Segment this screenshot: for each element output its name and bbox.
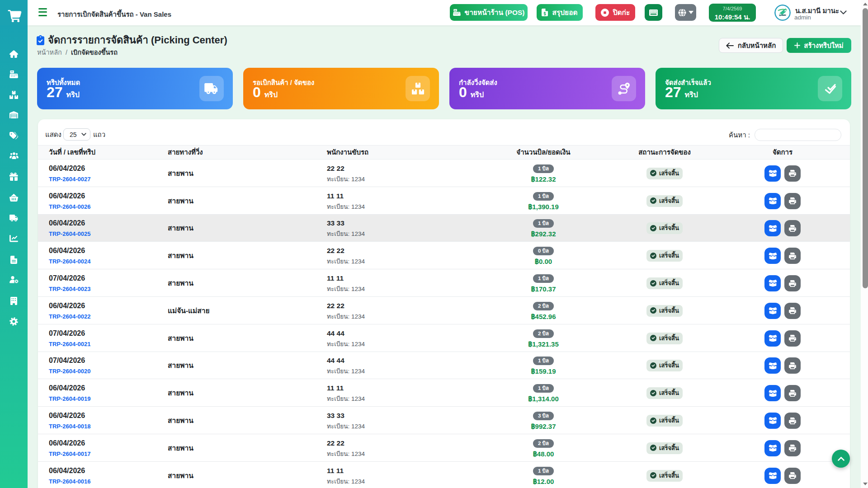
svg-text:MAC POS: MAC POS: [779, 14, 786, 16]
